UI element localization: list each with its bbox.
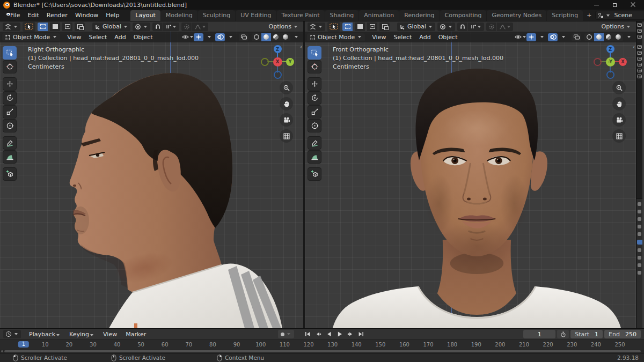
jump-start-button[interactable] [302,330,312,338]
tab-uv-editing[interactable]: UV Editing [236,10,276,21]
menu-help[interactable]: Help [102,11,123,20]
gizmo-positive-axis[interactable]: X [619,58,627,66]
select-mode-difference[interactable] [379,23,390,31]
xray-toggle[interactable] [572,33,581,41]
scene-selector[interactable]: Scene ✕ [595,11,644,20]
options-dropdown[interactable]: Options [267,23,301,31]
add-cube-tool-button[interactable] [308,167,321,181]
overlays-dropdown[interactable] [226,33,236,41]
viewport-menu-select[interactable]: Select [390,33,415,41]
head-model-profile[interactable] [0,42,303,328]
pan-view-button[interactable] [612,97,626,110]
tab-modeling[interactable]: Modeling [161,10,197,21]
select-box-tool-button[interactable] [308,46,321,60]
move-tool-button[interactable] [308,77,321,91]
annotate-tool-button[interactable] [3,136,17,150]
cursor-tool-button[interactable] [3,60,17,73]
options-dropdown[interactable]: Options [599,23,633,31]
gizmos-toggle[interactable] [526,33,536,41]
viewport-canvas[interactable]: Front Orthographic(1) Collection | head_… [305,42,636,328]
timeline-menu-view[interactable]: View [99,330,121,339]
overlays-toggle[interactable] [548,33,558,41]
annotate-tool-button[interactable] [308,136,321,150]
shading-dropdown[interactable] [624,33,634,41]
properties-tab-icon[interactable] [637,240,642,245]
frame-start-field[interactable]: Start1 [570,330,603,338]
snap-toggle[interactable] [152,23,163,31]
tab-rendering[interactable]: Rendering [399,10,439,21]
tab-compositing[interactable]: Compositing [440,10,487,21]
overlays-toggle[interactable] [215,33,225,41]
menu-window[interactable]: Window [71,11,102,20]
proportional-edit-toggle[interactable] [486,23,496,31]
menu-edit[interactable]: Edit [24,11,42,20]
shading-rendered-button[interactable] [613,33,623,41]
grid-view-button[interactable] [280,129,293,143]
viewport-menu-object[interactable]: Object [130,33,157,41]
shading-material-button[interactable] [271,33,281,41]
maximize-button[interactable] [612,2,618,8]
rotate-tool-button[interactable] [3,91,17,105]
gizmo-negative-z-axis[interactable] [606,71,614,79]
shading-rendered-button[interactable] [281,33,290,41]
proportional-falloff-dropdown[interactable] [192,23,208,31]
head-model-front[interactable] [305,42,636,328]
play-reverse-button[interactable] [324,330,334,338]
select-mode-extend[interactable] [355,23,365,31]
render-visibility-camera-icon[interactable] [637,23,642,27]
add-workspace-button[interactable]: + [583,10,595,21]
snap-toggle[interactable] [457,23,467,31]
sidebar-collapse-arrow[interactable]: ‹ [633,44,635,50]
transform-orientation-dropdown[interactable]: Global [92,23,130,31]
jump-end-button[interactable] [356,330,366,338]
cursor-tool-button[interactable] [308,60,321,73]
move-tool-button[interactable] [3,77,17,91]
snap-target-dropdown[interactable] [468,23,484,31]
navigation-gizmo[interactable]: ZX-Y [593,45,627,79]
tab-animation[interactable]: Animation [359,10,399,21]
pan-view-button[interactable] [280,97,293,110]
tab-shading[interactable]: Shading [325,10,359,21]
viewport-menu-add[interactable]: Add [415,33,434,41]
shading-solid-button[interactable] [594,33,604,41]
select-mode-subtract[interactable] [62,23,72,31]
select-box-tool-button[interactable] [3,46,17,60]
timeline-menu-keying[interactable]: Keying [65,330,98,339]
select-mode-subtract[interactable] [367,23,377,31]
shading-solid-button[interactable] [261,33,271,41]
properties-tab-icon[interactable] [638,232,641,236]
properties-tab-icon[interactable] [638,210,641,213]
overlays-dropdown[interactable] [559,33,568,41]
properties-tab-icon[interactable] [638,263,641,267]
measure-tool-button[interactable] [3,150,17,164]
render-visibility-camera-icon[interactable] [637,75,642,78]
camera-view-button[interactable] [612,113,626,127]
navigation-gizmo[interactable]: ZYX [260,45,295,79]
scale-tool-button[interactable] [308,105,321,119]
gizmo-negative-z-axis[interactable] [274,71,282,79]
use-preview-range-button[interactable] [557,330,569,338]
auto-keying-button[interactable] [278,330,294,338]
editor-type-button[interactable] [308,23,325,31]
measure-tool-button[interactable] [308,150,321,164]
editor-type-button[interactable] [3,23,20,31]
properties-tab-icon[interactable] [638,217,641,221]
timeline-scrollbar-handle[interactable] [4,350,641,352]
object-visibility-dropdown[interactable] [516,33,525,41]
viewport-canvas[interactable]: Right Orthographic(1) Collection | head_… [0,42,303,328]
transform-tool-button[interactable] [3,119,17,132]
transform-pivot-dropdown[interactable] [437,23,455,31]
transform-orientation-dropdown[interactable]: Global [397,23,435,31]
zoom-view-button[interactable] [280,81,293,94]
render-visibility-camera-icon[interactable] [637,69,642,72]
properties-tab-icon[interactable] [638,202,641,206]
tab-texture-paint[interactable]: Texture Paint [277,10,325,21]
viewport-menu-object[interactable]: Object [435,33,462,41]
proportional-falloff-dropdown[interactable] [497,23,513,31]
mode-dropdown[interactable]: Object Mode [2,33,60,41]
viewport-menu-add[interactable]: Add [111,33,129,41]
gizmos-dropdown[interactable] [204,33,214,41]
rotate-tool-button[interactable] [308,91,321,105]
minimize-button[interactable] [594,2,600,8]
viewport-menu-view[interactable]: View [368,33,390,41]
